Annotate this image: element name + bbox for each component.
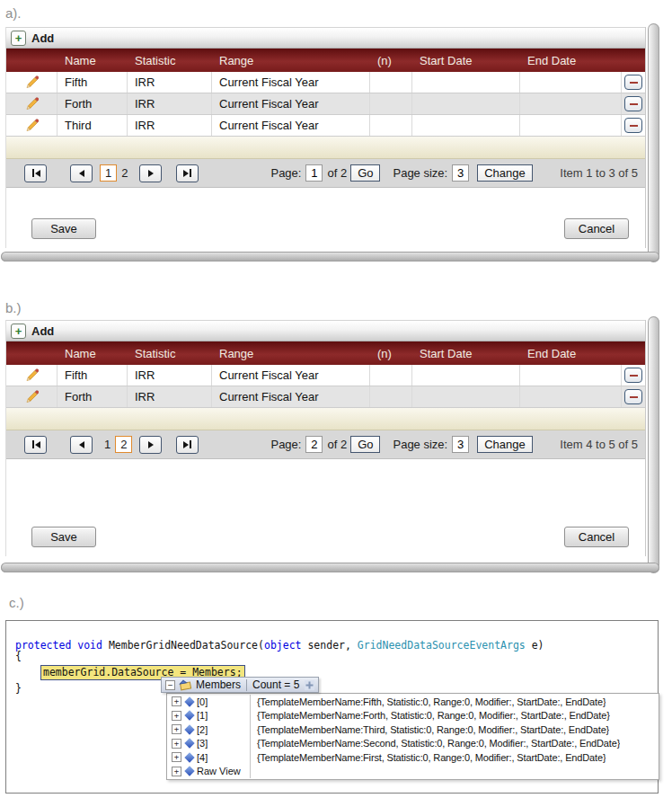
expand-icon[interactable]: + <box>172 696 181 706</box>
edit-row-button[interactable] <box>6 365 57 386</box>
expand-icon[interactable]: + <box>172 724 181 734</box>
datatip-row: +[0]{TemplateMemberName:Fifth, Statistic… <box>167 695 659 709</box>
member-name: [3] <box>197 738 249 749</box>
delete-row-button[interactable] <box>624 96 642 111</box>
first-page-button[interactable] <box>24 164 47 182</box>
cell-end-date <box>520 115 622 136</box>
go-button[interactable]: Go <box>350 164 380 182</box>
add-icon: + <box>15 325 22 337</box>
add-button[interactable]: + <box>11 31 26 46</box>
item-status: Item 4 to 5 of 5 <box>560 438 638 451</box>
right-triangle-icon <box>183 441 189 448</box>
cell-start-date <box>412 365 520 386</box>
column-header-start-date: Start Date <box>412 54 520 67</box>
change-button[interactable]: Change <box>477 436 533 453</box>
delete-cell <box>622 386 645 407</box>
pencil-icon <box>25 119 39 132</box>
code-text: sender, <box>302 639 358 652</box>
cell-end-date <box>520 93 622 114</box>
change-button[interactable]: Change <box>477 164 533 182</box>
prev-page-button[interactable] <box>70 164 93 182</box>
page-size-input[interactable] <box>452 436 469 453</box>
first-page-button[interactable] <box>24 436 47 454</box>
delete-row-button[interactable] <box>624 75 642 90</box>
section-a-grid: + Add Name Statistic Range (n) Start Dat… <box>5 27 646 248</box>
grid-header-row: Name Statistic Range (n) Start Date End … <box>6 341 645 365</box>
section-c-label: c.) <box>9 595 24 610</box>
right-triangle-icon <box>148 170 154 177</box>
next-page-button[interactable] <box>139 164 162 182</box>
visualizer-icon[interactable] <box>305 680 314 690</box>
minus-icon <box>630 103 638 105</box>
page-number-1[interactable]: 1 <box>100 437 115 452</box>
collapse-icon[interactable]: − <box>165 680 175 690</box>
datatip-header: − Members Count = 5 <box>161 677 319 693</box>
grid-row: ForthIRRCurrent Fiscal Year <box>6 386 645 408</box>
page-size-input[interactable] <box>452 164 469 182</box>
delete-cell <box>622 365 645 386</box>
edit-row-button[interactable] <box>6 115 57 136</box>
grid-panel: + Add Name Statistic Range (n) Start Dat… <box>6 27 645 248</box>
panel-gap <box>6 188 645 218</box>
page-size-label: Page size: <box>393 166 447 180</box>
page-input[interactable] <box>305 164 323 182</box>
delete-row-button[interactable] <box>624 389 642 404</box>
expand-icon[interactable]: + <box>172 711 181 721</box>
goto-page-group: Page: of 2 Go <box>270 164 380 182</box>
delete-row-button[interactable] <box>624 368 642 383</box>
cell-statistic: IRR <box>128 386 212 407</box>
first-page-icon <box>32 169 34 177</box>
expand-icon[interactable]: + <box>172 739 181 749</box>
next-page-button[interactable] <box>139 436 162 454</box>
add-button-label[interactable]: Add <box>31 324 54 338</box>
delete-cell <box>622 72 645 93</box>
last-page-icon <box>190 169 191 177</box>
page-number-2[interactable]: 2 <box>117 165 132 181</box>
column-header-name: Name <box>57 347 128 360</box>
page-input[interactable] <box>305 436 323 453</box>
last-page-button[interactable] <box>176 436 199 454</box>
cell-statistic: IRR <box>128 115 212 136</box>
cancel-button[interactable]: Cancel <box>564 527 629 547</box>
of-pages-label: of 2 <box>327 166 347 180</box>
add-button-label[interactable]: Add <box>31 31 54 45</box>
column-header-range: Range <box>212 347 370 360</box>
field-icon <box>184 767 194 776</box>
minus-icon <box>630 82 638 84</box>
add-icon: + <box>15 32 22 44</box>
code-keyword: protected <box>15 639 71 652</box>
cancel-button[interactable]: Cancel <box>564 218 629 239</box>
page-number-1[interactable]: 1 <box>100 164 117 182</box>
go-button[interactable]: Go <box>350 436 380 453</box>
add-button[interactable]: + <box>11 324 26 339</box>
minus-icon <box>630 125 638 127</box>
expand-icon[interactable]: + <box>172 752 181 762</box>
datatip-row: +[3]{TemplateMemberName:Second, Statisti… <box>167 737 659 751</box>
last-page-button[interactable] <box>176 164 199 182</box>
cell-range: Current Fiscal Year <box>212 115 370 136</box>
page-number-2[interactable]: 2 <box>115 436 132 453</box>
delete-row-button[interactable] <box>624 118 642 133</box>
member-name: [4] <box>197 752 249 763</box>
minus-icon <box>630 396 638 398</box>
column-header-statistic: Statistic <box>128 54 212 67</box>
pencil-icon <box>25 368 39 382</box>
grid-row: FifthIRRCurrent Fiscal Year <box>6 365 645 386</box>
cell-range: Current Fiscal Year <box>212 386 370 407</box>
page-size-group: Page size: Change <box>393 436 532 453</box>
left-triangle-icon <box>79 170 84 177</box>
panel-tail <box>6 239 645 248</box>
edit-row-button[interactable] <box>6 72 57 93</box>
expand-icon[interactable]: + <box>172 767 181 776</box>
member-name: [2] <box>197 724 249 735</box>
prev-page-button[interactable] <box>70 436 93 454</box>
goto-page-group: Page: of 2 Go <box>270 436 380 453</box>
cell-n <box>370 93 412 114</box>
save-button[interactable]: Save <box>31 527 96 547</box>
save-button[interactable]: Save <box>31 218 96 239</box>
pencil-icon <box>25 75 39 89</box>
edit-row-button[interactable] <box>6 93 57 114</box>
of-pages-label: of 2 <box>327 438 347 451</box>
edit-row-button[interactable] <box>6 386 57 407</box>
member-value: {TemplateMemberName:Fifth, Statistic:0, … <box>249 696 606 707</box>
